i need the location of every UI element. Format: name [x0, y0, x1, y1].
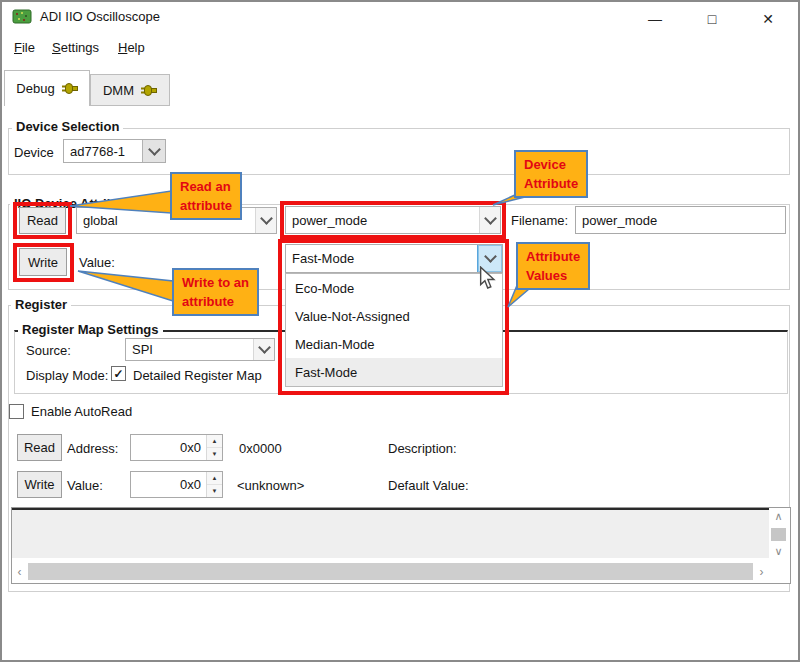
- description-label: Description:: [388, 441, 457, 456]
- source-label: Source:: [26, 343, 71, 358]
- source-combobox-value: SPI: [126, 339, 253, 360]
- plug-icon: [141, 84, 157, 97]
- device-combobox-value: ad7768-1: [64, 140, 142, 162]
- register-value-label: Value:: [67, 478, 103, 493]
- address-spinbox[interactable]: 0x0 ▲ ▼: [130, 434, 223, 461]
- device-label: Device: [14, 145, 54, 160]
- register-title: Register: [11, 297, 71, 312]
- chevron-down-icon: [142, 140, 165, 162]
- register-write-button[interactable]: Write: [17, 471, 62, 498]
- menu-help[interactable]: Help: [118, 40, 145, 55]
- filename-label: Filename:: [511, 213, 568, 228]
- tab-dmm-label: DMM: [103, 83, 134, 98]
- spin-up-icon[interactable]: ▲: [207, 472, 222, 485]
- detailed-register-map-checkbox[interactable]: ✓: [111, 366, 126, 381]
- device-combobox[interactable]: ad7768-1: [63, 139, 166, 163]
- spin-up-icon[interactable]: ▲: [207, 435, 222, 448]
- tab-debug-label: Debug: [16, 81, 54, 96]
- dropdown-option[interactable]: Median-Mode: [286, 330, 502, 358]
- spin-down-icon[interactable]: ▼: [207, 448, 222, 460]
- register-map-panel: ∧ ∨ ‹ ›: [11, 507, 791, 584]
- callout-write-attribute: Write to an attribute: [172, 268, 259, 316]
- horizontal-scrollbar[interactable]: ‹ ›: [13, 562, 768, 581]
- vertical-scrollbar[interactable]: ∧ ∨: [769, 510, 788, 558]
- window-title: ADI IIO Oscilloscope: [40, 9, 160, 24]
- attr-write-button[interactable]: Write: [19, 248, 67, 276]
- scroll-left-icon[interactable]: ‹: [13, 565, 26, 579]
- scroll-up-icon[interactable]: ∧: [774, 510, 782, 523]
- minimize-button[interactable]: —: [638, 7, 672, 31]
- value-spinbox-value: 0x0: [131, 477, 206, 492]
- chevron-down-icon: [255, 208, 276, 233]
- attr-value-dropdown: Eco-Mode Value-Not-Assigned Median-Mode …: [285, 273, 503, 387]
- attribute-combobox[interactable]: power_mode: [285, 206, 501, 234]
- tab-dmm[interactable]: DMM: [90, 74, 170, 106]
- register-map-settings-title: Register Map Settings: [18, 322, 163, 337]
- display-mode-label: Display Mode:: [26, 368, 108, 383]
- address-spinbox-value: 0x0: [131, 440, 206, 455]
- attr-value-combobox-value: Fast-Mode: [286, 245, 477, 272]
- spin-down-icon[interactable]: ▼: [207, 485, 222, 497]
- chevron-down-icon: [477, 245, 502, 272]
- attr-value-combobox[interactable]: Fast-Mode: [285, 244, 503, 273]
- register-read-button[interactable]: Read: [17, 434, 62, 461]
- scroll-right-icon[interactable]: ›: [755, 565, 768, 579]
- value-unknown-text: <unknown>: [237, 478, 304, 493]
- source-combobox[interactable]: SPI: [125, 338, 275, 361]
- default-value-label: Default Value:: [388, 478, 469, 493]
- enable-autoread-checkbox[interactable]: [9, 404, 24, 419]
- app-icon: [12, 9, 32, 24]
- maximize-button[interactable]: □: [695, 7, 729, 31]
- app-window: ADI IIO Oscilloscope — □ ✕ File Settings…: [0, 0, 800, 662]
- plug-icon: [62, 82, 78, 95]
- dropdown-option-selected[interactable]: Fast-Mode: [286, 358, 502, 386]
- enable-autoread-label: Enable AutoRead: [31, 404, 132, 419]
- address-label: Address:: [67, 441, 118, 456]
- filename-field[interactable]: power_mode: [575, 206, 786, 234]
- chevron-down-icon: [479, 207, 500, 233]
- callout-device-attribute: Device Attribute: [514, 150, 588, 198]
- attribute-combobox-value: power_mode: [286, 207, 479, 233]
- attr-value-label: Value:: [79, 255, 115, 270]
- dropdown-option[interactable]: Eco-Mode: [286, 274, 502, 302]
- horizontal-scroll-thumb[interactable]: [28, 563, 753, 580]
- close-button[interactable]: ✕: [751, 7, 785, 31]
- tab-debug[interactable]: Debug: [4, 70, 90, 106]
- scroll-down-icon[interactable]: ∨: [774, 545, 782, 558]
- register-map-textview[interactable]: [12, 508, 769, 558]
- callout-read-attribute: Read an attribute: [170, 172, 242, 220]
- detailed-register-map-label: Detailed Register Map: [133, 368, 262, 383]
- value-spinbox[interactable]: 0x0 ▲ ▼: [130, 471, 223, 498]
- menu-settings[interactable]: Settings: [52, 40, 99, 55]
- device-selection-title: Device Selection: [12, 119, 123, 134]
- address-hex-value: 0x0000: [239, 441, 282, 456]
- chevron-down-icon: [253, 339, 274, 360]
- attr-read-button[interactable]: Read: [19, 207, 66, 234]
- dropdown-option[interactable]: Value-Not-Assigned: [286, 302, 502, 330]
- callout-attribute-values: Attribute Values: [516, 242, 590, 290]
- menu-file[interactable]: File: [14, 40, 35, 55]
- vertical-scroll-thumb[interactable]: [771, 528, 786, 541]
